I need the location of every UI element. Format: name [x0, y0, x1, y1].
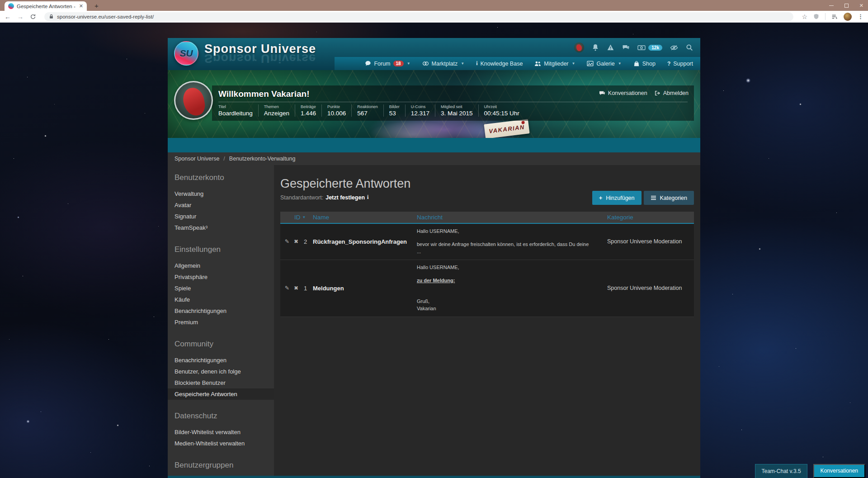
table-header: ID▼ Name Nachricht Kategorie	[280, 212, 694, 224]
sidebar-item-community-benachrichtigungen[interactable]: Benachrichtigungen	[168, 355, 274, 366]
menu-dots-icon[interactable]: ⋮	[858, 13, 863, 20]
reload-icon[interactable]	[30, 14, 36, 20]
back-icon[interactable]: ←	[5, 13, 11, 20]
sidebar-section-einstellungen: Einstellungen	[168, 245, 274, 254]
browser-tab[interactable]: Gespeicherte Antworten - Spons ✕	[5, 1, 87, 11]
forward-icon[interactable]: →	[17, 13, 24, 20]
nav-item-mitglieder[interactable]: Mitglieder ▼	[534, 61, 575, 67]
site-favicon	[8, 3, 14, 9]
new-tab-button[interactable]: +	[92, 1, 101, 10]
coins-widget[interactable]: 12k	[637, 44, 662, 51]
sidebar-item-verwaltung[interactable]: Verwaltung	[168, 188, 274, 199]
warning-icon[interactable]	[607, 44, 614, 51]
sidebar-item-bilder-whitelist[interactable]: Bilder-Whitelist verwalten	[168, 426, 274, 438]
info-icon[interactable]: i	[367, 194, 368, 201]
delete-icon[interactable]: ✖	[294, 238, 298, 245]
sidebar-item-blockierte-benutzer[interactable]: Blockierte Benutzer	[168, 377, 274, 388]
logout-link[interactable]: Abmelden	[655, 90, 689, 96]
eye-off-icon[interactable]	[670, 44, 678, 51]
row-name[interactable]: Meldungen	[313, 285, 417, 292]
vakarian-name-tag: VAKARIAN	[484, 119, 529, 138]
row-name[interactable]: Rückfragen_SponsoringAnfragen	[313, 238, 417, 245]
lock-icon	[49, 14, 54, 19]
conversations-link[interactable]: Konversationen	[599, 90, 647, 96]
stat-bilder: Bilder53	[383, 104, 405, 117]
breadcrumb-home[interactable]: Sponsor Universe	[175, 156, 219, 162]
team-chat-button[interactable]: Team-Chat v.3.5	[755, 464, 807, 478]
nav-item-shop[interactable]: Shop	[633, 61, 656, 67]
row-category: Sponsor Universe Moderation	[607, 238, 694, 245]
sidebar-item-spiele[interactable]: Spiele	[168, 283, 274, 294]
sidebar-section-benutzerkonto: Benutzerkonto	[168, 173, 274, 182]
divider	[825, 13, 826, 20]
breadcrumb-account[interactable]: Benutzerkonto-Verwaltung	[229, 156, 296, 162]
nav-item-knowledge-base[interactable]: i Knowledge Base	[476, 60, 523, 67]
profile-banner: VAKARIAN Willkommen Vakarian! Konversati…	[168, 70, 700, 138]
nav-item-marktplatz[interactable]: Marktplatz ▼	[422, 61, 465, 67]
brand-reflection: Sponsor Universe	[204, 52, 316, 64]
stat-punkte: Punkte10.006	[321, 104, 351, 117]
window-close-icon[interactable]: ✕	[859, 3, 863, 9]
browser-titlebar: Gespeicherte Antworten - Spons ✕ + ✕	[0, 0, 868, 11]
nav-item-galerie[interactable]: Galerie ▼	[587, 61, 621, 67]
window-minimize-icon[interactable]	[829, 5, 834, 6]
breadcrumb: Sponsor Universe / Benutzerkonto-Verwalt…	[168, 152, 700, 165]
stat-mitglied-seit: Mitglied seit3. Mai 2015	[435, 104, 478, 117]
search-icon[interactable]	[686, 44, 693, 51]
sidebar-item-gespeicherte-antworten[interactable]: Gespeicherte Antworten	[168, 388, 274, 400]
edit-icon[interactable]: ✎	[285, 238, 289, 245]
bell-icon[interactable]	[592, 44, 599, 51]
sidebar-item-premium[interactable]: Premium	[168, 317, 274, 328]
chevron-down-icon: ▼	[572, 62, 576, 66]
sidebar-item-teamspeak[interactable]: TeamSpeak³	[168, 222, 274, 233]
sidebar-item-benutzergruppen[interactable]: Benutzergruppen	[168, 476, 274, 478]
sidebar-section-community: Community	[168, 340, 274, 349]
site-logo[interactable]: SU Sponsor Universe Sponsor Universe	[174, 41, 316, 66]
nav-item-forum[interactable]: Forum 18 ▼	[365, 61, 410, 67]
sidebar-item-privatsphaere[interactable]: Privatsphäre	[168, 271, 274, 283]
teal-divider-band	[168, 138, 700, 152]
bookmark-star-icon[interactable]: ☆	[802, 13, 807, 20]
row-id: 2	[304, 238, 313, 245]
tab-title: Gespeicherte Antworten - Spons	[17, 4, 76, 9]
stat-themen[interactable]: ThemenAnzeigen	[258, 104, 295, 117]
sidebar-item-benutzer-folge[interactable]: Benutzer, denen ich folge	[168, 366, 274, 377]
nav-item-support[interactable]: ? Support	[667, 61, 693, 67]
tab-close-icon[interactable]: ✕	[79, 3, 83, 9]
column-header-name[interactable]: Name	[313, 214, 417, 221]
user-avatar-large[interactable]	[174, 81, 213, 120]
sidebar-item-benachrichtigungen[interactable]: Benachrichtigungen	[168, 305, 274, 317]
stat-ucoins: U-Coins12.317	[405, 104, 435, 117]
sidebar-section-datenschutz: Datenschutz	[168, 412, 274, 421]
categories-button[interactable]: Kategorien	[644, 191, 694, 205]
shield-icon[interactable]	[813, 14, 819, 19]
column-header-id[interactable]: ID▼	[280, 214, 313, 221]
url-text: sponsor-universe.eu/user-saved-reply-lis…	[57, 14, 154, 19]
sidebar-item-avatar[interactable]: Avatar	[168, 199, 274, 211]
shop-icon	[633, 61, 640, 66]
reading-list-icon[interactable]	[831, 14, 838, 20]
question-icon: ?	[667, 61, 670, 67]
browser-profile-avatar[interactable]	[844, 13, 852, 21]
conversations-button[interactable]: Konversationen	[813, 464, 865, 478]
delete-icon[interactable]: ✖	[294, 285, 298, 291]
column-header-nachricht[interactable]: Nachricht	[417, 214, 607, 221]
sidebar-item-kaeufe[interactable]: Käufe	[168, 294, 274, 305]
row-id: 1	[304, 285, 313, 292]
plus-icon: +	[599, 194, 603, 201]
edit-icon[interactable]: ✎	[285, 285, 289, 291]
sidebar-item-signatur[interactable]: Signatur	[168, 211, 274, 222]
add-button[interactable]: +Hinzufügen	[592, 191, 642, 205]
column-header-kategorie[interactable]: Kategorie	[607, 214, 694, 221]
chevron-down-icon: ▼	[461, 62, 464, 66]
sidebar-item-allgemein[interactable]: Allgemein	[168, 260, 274, 271]
user-avatar-small[interactable]	[574, 43, 584, 52]
list-icon	[651, 195, 656, 200]
row-message: Hallo USERNAME, zu der Meldung: Gruß, Va…	[417, 260, 607, 317]
window-maximize-icon[interactable]	[844, 4, 849, 8]
set-default-link[interactable]: Jetzt festlegen	[326, 194, 365, 201]
conversations-icon[interactable]	[622, 44, 630, 51]
address-bar[interactable]: sponsor-universe.eu/user-saved-reply-lis…	[44, 12, 793, 21]
stat-uhrzeit: Uhrzeit00:45:15 Uhr	[478, 104, 525, 117]
sidebar-item-medien-whitelist[interactable]: Medien-Whitelist verwalten	[168, 438, 274, 449]
